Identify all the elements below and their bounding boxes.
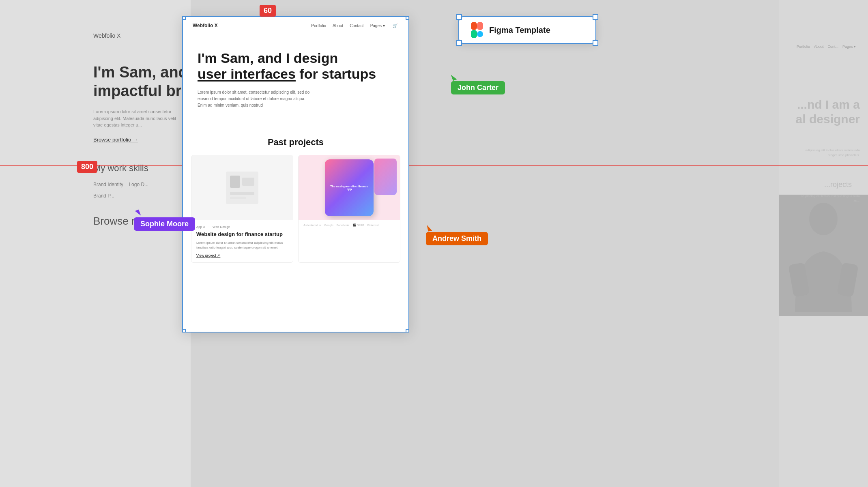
project-desc-1: Lorem ipsum dolor sit amet consectetur a… <box>196 240 288 250</box>
phone-mockup: The next-generation finance app <box>325 159 374 216</box>
project-card-2: The next-generation finance app As featu… <box>298 155 400 263</box>
right-nav-area: Portfolio About Cont... Pages ▾ <box>797 45 856 49</box>
left-skills-items: Brand Identity Logo D... Brand P... <box>93 182 191 199</box>
selection-handle-br[interactable] <box>406 329 409 333</box>
frame-navbar: Webfolio X Portfolio About Contact Pages… <box>183 17 408 34</box>
project-link-1[interactable]: View project ↗ <box>196 253 288 257</box>
featured-label: As featured in <box>303 224 321 227</box>
cursor-andrew-smith: Andrew Smith <box>426 225 488 245</box>
project-card-1: App X · Web Design Website design for fi… <box>191 155 293 263</box>
frame-nav-links: Portfolio About Contact Pages ▾ 🛒 <box>311 23 399 28</box>
left-panel-content: Webfolio X I'm Sam, and impactful bra Lo… <box>93 32 191 227</box>
logo-facebook: Facebook <box>337 224 349 227</box>
andrew-arrow-icon <box>427 224 432 231</box>
figma-icon <box>471 24 483 36</box>
right-nav-pages: Pages ▾ <box>842 45 856 49</box>
sophie-arrow-icon <box>135 210 141 217</box>
section-title: Past projects <box>191 137 400 148</box>
left-brand: Webfolio X <box>93 32 191 39</box>
sophie-moore-name-tag: Sophie Moore <box>134 217 195 231</box>
logo-noble: 🎬 Noble <box>352 223 364 227</box>
svg-point-0 <box>809 203 838 235</box>
figma-handle-tr[interactable] <box>593 14 598 20</box>
past-projects-section: Past projects App X · <box>183 137 408 263</box>
card1-placeholder-svg <box>226 172 258 204</box>
john-carter-name-tag: John Carter <box>451 81 505 94</box>
cursor-sophie-moore: Sophie Moore <box>134 210 195 231</box>
nav-cart-icon[interactable]: 🛒 <box>391 23 399 28</box>
hero-underlined: user interfaces <box>198 66 296 82</box>
phone-decoration <box>374 159 397 195</box>
selection-handle-tl[interactable] <box>182 16 186 20</box>
right-nav-contact: Cont... <box>827 45 838 49</box>
project-tags-1: App X · Web Design <box>196 225 288 229</box>
right-nav-portfolio: Portfolio <box>797 45 810 49</box>
figma-handle-tl[interactable] <box>456 14 462 20</box>
project-card-1-body: App X · Web Design Website design for fi… <box>191 220 293 262</box>
phone-screen-text: The next-generation finance app <box>325 182 374 194</box>
measurement-line <box>0 165 868 166</box>
ruler-label-60: 60 <box>260 5 276 17</box>
svg-rect-7 <box>230 197 246 199</box>
nav-pages[interactable]: Pages ▾ <box>370 24 385 28</box>
nav-contact[interactable]: Contact <box>350 24 363 28</box>
left-skills-title: My work skills <box>93 163 191 174</box>
svg-rect-9 <box>477 22 483 30</box>
left-browse-link: Browse portfolio → <box>93 137 191 143</box>
person-silhouette <box>779 195 868 316</box>
figma-svg <box>471 22 483 38</box>
project-tag-sep: · <box>208 225 209 229</box>
figma-handle-bl[interactable] <box>456 40 462 46</box>
john-arrow-icon <box>451 73 457 81</box>
right-hero-text: ...nd I am a al designer <box>796 97 860 127</box>
right-project-small: adipiscing elit lectus tristique tingill… <box>799 194 860 204</box>
logo-google: Google <box>324 224 333 227</box>
nav-portfolio[interactable]: Portfolio <box>311 24 326 28</box>
nav-about[interactable]: About <box>333 24 343 28</box>
projects-grid: App X · Web Design Website design for fi… <box>191 155 400 263</box>
svg-point-11 <box>477 31 483 37</box>
hero-line2-rest: for startups <box>296 66 376 82</box>
svg-rect-4 <box>230 176 240 188</box>
svg-rect-12 <box>471 30 477 38</box>
right-projects-label: ...rojects <box>824 180 852 189</box>
selection-handle-bl[interactable] <box>182 329 186 333</box>
featured-logos: As featured in Google Facebook 🎬 Noble P… <box>299 220 400 230</box>
right-background-panel: Portfolio About Cont... Pages ▾ ...nd I … <box>779 0 868 487</box>
frame-brand: Webfolio X <box>193 23 218 28</box>
right-small-desc: adipiscing elit lectus etiam malesuada n… <box>799 148 860 158</box>
left-desc: Lorem ipsum dolor sit amet consectetur a… <box>93 108 183 129</box>
person-svg <box>787 199 860 312</box>
svg-rect-8 <box>471 22 477 30</box>
logo-pinterest: Pinterest <box>367 224 379 227</box>
figma-handle-br[interactable] <box>593 40 598 46</box>
figma-badge-text: Figma Template <box>489 26 550 35</box>
hero-description: Lorem ipsum dolor sit amet, consectetur … <box>198 89 335 109</box>
svg-rect-5 <box>242 178 254 186</box>
svg-rect-6 <box>230 192 254 195</box>
cursor-john-carter: John Carter <box>451 74 505 94</box>
frame-hero: I'm Sam, and I design user interfaces fo… <box>183 34 408 117</box>
main-design-frame: Webfolio X Portfolio About Contact Pages… <box>182 16 409 333</box>
andrew-smith-name-tag: Andrew Smith <box>426 232 488 245</box>
project-card-2-image: The next-generation finance app <box>299 155 400 220</box>
ruler-label-800: 800 <box>77 161 97 173</box>
project-card-1-image <box>191 155 293 220</box>
project-title-1: Website design for finance startup <box>196 231 288 238</box>
hero-title: I'm Sam, and I design user interfaces fo… <box>198 50 394 82</box>
left-background-panel: Webfolio X I'm Sam, and impactful bra Lo… <box>0 0 191 487</box>
project-tag-appx: App X <box>196 225 205 229</box>
left-heading: I'm Sam, and impactful bra <box>93 63 191 100</box>
right-nav-about: About <box>814 45 824 49</box>
figma-badge: Figma Template <box>458 16 596 44</box>
project-tag-webdesign: Web Design <box>213 225 230 229</box>
person-image <box>779 195 868 316</box>
selection-handle-tr[interactable] <box>406 16 409 20</box>
